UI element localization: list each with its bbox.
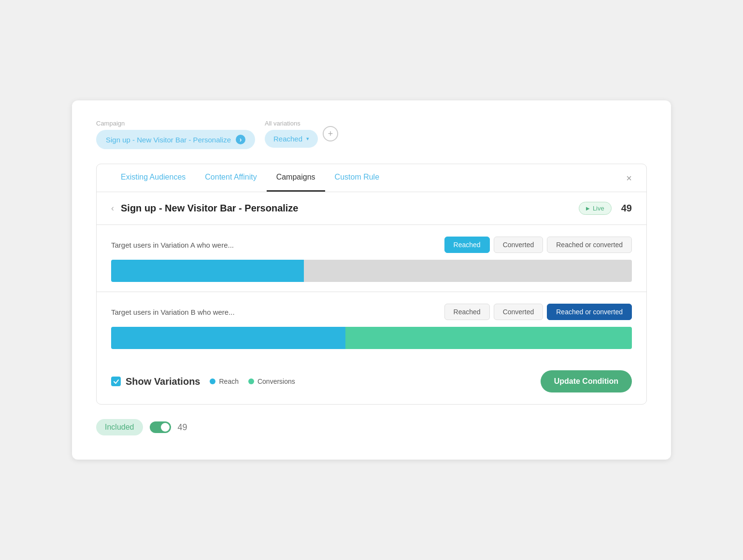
chevron-down-icon: ▾ [306, 136, 309, 142]
tab-content-affinity[interactable]: Content Affinity [195, 164, 266, 192]
add-variation-button[interactable]: + [323, 126, 338, 141]
variation-a-label: Target users in Variation A who were... [111, 241, 444, 249]
variation-a-progress-bar [111, 260, 632, 282]
campaign-button[interactable]: Sign up - New Visitor Bar - Personalize … [96, 130, 255, 149]
back-arrow-icon[interactable]: ‹ [111, 203, 114, 213]
variation-b-reach-bar [111, 327, 345, 349]
show-variations-checkbox[interactable] [111, 377, 121, 386]
visitor-count: 49 [621, 203, 632, 214]
tab-campaigns[interactable]: Campaigns [267, 164, 325, 192]
variation-b-conversion-bar [345, 327, 632, 349]
campaign-section: Campaign Sign up - New Visitor Bar - Per… [96, 120, 255, 149]
variations-section: All variations Reached ▾ + [265, 120, 338, 148]
outer-card: Campaign Sign up - New Visitor Bar - Per… [72, 100, 671, 460]
reached-value: Reached [273, 135, 302, 143]
variation-a-reached-button[interactable]: Reached [444, 237, 490, 253]
conversions-legend: Conversions [248, 378, 295, 385]
reached-dropdown[interactable]: Reached ▾ [265, 130, 318, 148]
variations-label: All variations [265, 120, 318, 127]
live-icon: ▶ [586, 206, 590, 211]
variation-b-progress-bar [111, 327, 632, 349]
included-bar: Included 49 [96, 419, 647, 435]
reach-legend-label: Reach [219, 378, 238, 385]
variation-b-row: Target users in Variation B who were... … [111, 304, 632, 320]
campaign-icon-circle: › [236, 135, 245, 144]
reach-dot [210, 378, 215, 384]
campaign-label: Campaign [96, 120, 255, 127]
variation-b-toggle-group: Reached Converted Reached or converted [444, 304, 632, 320]
campaign-name: Sign up - New Visitor Bar - Personalize [106, 136, 231, 144]
conversions-dot [248, 378, 254, 384]
conversions-legend-label: Conversions [257, 378, 295, 385]
tabs-bar: Existing Audiences Content Affinity Camp… [97, 164, 646, 192]
campaign-title: Sign up - New Visitor Bar - Personalize [121, 203, 579, 214]
variation-b-reached-button[interactable]: Reached [444, 304, 490, 320]
variation-b-reached-or-converted-button[interactable]: Reached or converted [547, 304, 632, 320]
variation-b-converted-button[interactable]: Converted [494, 304, 543, 320]
campaign-header: ‹ Sign up - New Visitor Bar - Personaliz… [97, 192, 646, 225]
variation-a-toggle-group: Reached Converted Reached or converted [444, 237, 632, 253]
variation-a-reached-or-converted-button[interactable]: Reached or converted [547, 237, 632, 253]
show-variations-wrapper: Show Variations [111, 376, 200, 387]
live-badge: ▶ Live [579, 202, 612, 215]
variation-b-section: Target users in Variation B who were... … [97, 292, 646, 359]
close-button[interactable]: × [626, 173, 632, 183]
tab-existing-audiences[interactable]: Existing Audiences [111, 164, 195, 192]
reach-legend: Reach [210, 378, 238, 385]
variation-a-row: Target users in Variation A who were... … [111, 237, 632, 253]
inner-card: Existing Audiences Content Affinity Camp… [96, 164, 647, 405]
variation-a-reach-bar [111, 260, 304, 282]
variation-b-label: Target users in Variation B who were... [111, 308, 444, 316]
included-count: 49 [178, 422, 187, 433]
top-bar: Campaign Sign up - New Visitor Bar - Per… [96, 120, 647, 149]
bottom-controls: Show Variations Reach Conversions Update… [97, 359, 646, 404]
variation-a-rest-bar [304, 260, 632, 282]
update-condition-button[interactable]: Update Condition [541, 370, 632, 392]
variations-group: All variations Reached ▾ [265, 120, 318, 148]
included-badge: Included [96, 419, 143, 435]
live-label: Live [593, 205, 604, 212]
variation-a-section: Target users in Variation A who were... … [97, 225, 646, 292]
variation-a-converted-button[interactable]: Converted [494, 237, 543, 253]
show-variations-label: Show Variations [126, 376, 200, 387]
included-toggle[interactable] [150, 421, 171, 433]
tab-custom-rule[interactable]: Custom Rule [325, 164, 389, 192]
